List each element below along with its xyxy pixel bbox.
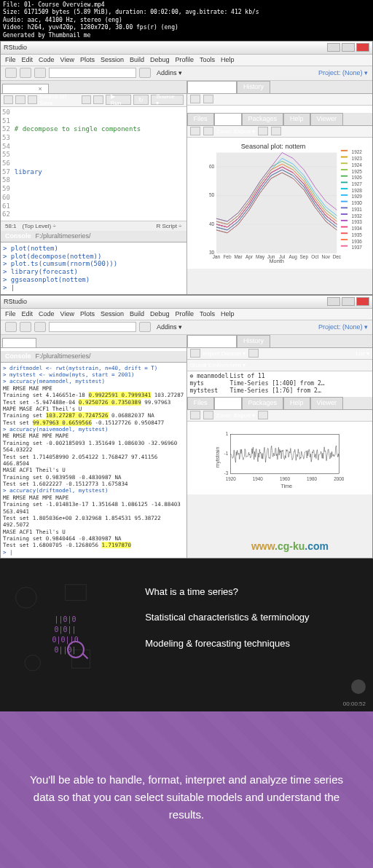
run-button[interactable]: ▶ Run: [106, 95, 132, 105]
menu-debug[interactable]: Debug: [150, 310, 170, 317]
environment-tab[interactable]: Environment: [187, 335, 237, 347]
find-icon[interactable]: [82, 95, 91, 104]
save-icon[interactable]: [34, 68, 46, 78]
close-button[interactable]: [356, 297, 369, 306]
script-tab[interactable]: tsscript.R×: [2, 84, 49, 93]
prev-plot-icon[interactable]: [190, 411, 200, 419]
open-file-icon[interactable]: [20, 322, 31, 332]
menu-profile[interactable]: Profile: [176, 56, 195, 63]
tab-packages[interactable]: Packages: [242, 397, 284, 409]
history-tab[interactable]: History: [237, 335, 270, 347]
menu-session[interactable]: Session: [101, 56, 124, 63]
clear-plots-icon[interactable]: [271, 127, 281, 135]
goto-search-input[interactable]: [49, 322, 136, 332]
goto-search-input[interactable]: [49, 68, 136, 78]
remove-plot-icon[interactable]: [258, 411, 268, 419]
source-on-save-label[interactable]: Source on Save: [39, 93, 79, 106]
menu-plots[interactable]: Plots: [80, 56, 95, 63]
next-plot-icon[interactable]: [203, 411, 213, 419]
menu-view[interactable]: View: [60, 56, 74, 63]
env-item[interactable]: mytsTime-Series [1:400] from 2…: [190, 380, 370, 387]
seasonal-plot: Seasonal plot: nottem JanFebMarAprMayJun…: [190, 141, 370, 264]
menu-help[interactable]: Help: [221, 56, 235, 63]
maximize-button[interactable]: [342, 297, 355, 306]
titlebar[interactable]: RStudio: [1, 42, 372, 55]
menu-edit[interactable]: Edit: [22, 310, 34, 317]
close-tab-icon[interactable]: ×: [39, 85, 42, 92]
menu-code[interactable]: Code: [39, 56, 55, 63]
menu-edit[interactable]: Edit: [22, 56, 34, 63]
close-button[interactable]: [356, 43, 369, 52]
compile-icon[interactable]: [93, 95, 103, 104]
menu-debug[interactable]: Debug: [150, 56, 170, 63]
list-mode-menu[interactable]: List ▾: [356, 350, 369, 357]
toolbox-icon[interactable]: [139, 68, 151, 78]
minimize-button[interactable]: [327, 43, 340, 52]
tab-plots[interactable]: Plots: [214, 397, 242, 409]
open-file-icon[interactable]: [20, 68, 31, 78]
menu-build[interactable]: Build: [130, 310, 144, 317]
slide-summary: You'll be able to handle, format, interp…: [0, 711, 373, 868]
zoom-button[interactable]: Zoom: [216, 128, 231, 135]
minimize-button[interactable]: [327, 297, 340, 306]
source-tab[interactable]: Source: [2, 338, 36, 347]
menu-view[interactable]: View: [60, 310, 74, 317]
menu-build[interactable]: Build: [130, 56, 144, 63]
project-menu[interactable]: Project: (None) ▾: [318, 69, 368, 76]
addins-menu[interactable]: Addins ▾: [157, 69, 182, 76]
env-item[interactable]: mytstestTime-Series [1:76] from 2…: [190, 387, 370, 395]
code-editor[interactable]: 50515253545556575859606162 plot(nottem) …: [1, 107, 186, 221]
tab-packages[interactable]: Packages: [242, 113, 284, 125]
export-menu[interactable]: Export ▾: [234, 412, 255, 419]
slide-line-3: Modeling & forecasting techniques: [145, 632, 358, 655]
prev-plot-icon[interactable]: [190, 127, 200, 135]
menu-session[interactable]: Session: [101, 310, 124, 317]
console-output[interactable]: > driftmodel <- rwt(mytstrain, n=40, dri…: [1, 363, 186, 559]
menu-file[interactable]: File: [5, 310, 16, 317]
menu-help[interactable]: Help: [221, 310, 235, 317]
environment-list[interactable]: ⊕ meanmodelList of 11 mytsTime-Series [1…: [187, 371, 373, 397]
addins-menu[interactable]: Addins ▾: [157, 323, 182, 331]
clear-icon[interactable]: [248, 349, 259, 358]
rerun-button[interactable]: ↻: [133, 95, 149, 105]
new-file-icon[interactable]: [5, 322, 17, 332]
zoom-button[interactable]: Zoom: [216, 412, 231, 419]
environment-tab[interactable]: Environment: [187, 81, 237, 93]
tab-files[interactable]: Files: [187, 397, 214, 409]
tab-viewer[interactable]: Viewer: [310, 113, 343, 125]
project-menu[interactable]: Project: (None) ▾: [318, 323, 368, 331]
remove-plot-icon[interactable]: [258, 127, 268, 135]
next-plot-icon[interactable]: [203, 127, 213, 135]
tab-plots[interactable]: Plots: [214, 113, 242, 125]
menu-plots[interactable]: Plots: [80, 310, 95, 317]
scope-indicator[interactable]: (Top Level) ÷: [23, 223, 56, 229]
back-icon[interactable]: [4, 95, 13, 104]
export-menu[interactable]: Export ▾: [234, 128, 255, 135]
menu-profile[interactable]: Profile: [176, 310, 195, 317]
import-dataset-menu[interactable]: Import Dataset ▾: [203, 350, 246, 357]
file-type[interactable]: R Script ÷: [156, 223, 181, 229]
menu-file[interactable]: File: [5, 56, 16, 63]
titlebar[interactable]: RStudio: [1, 296, 372, 309]
load-icon[interactable]: [190, 95, 200, 103]
source-button[interactable]: Source ▾: [151, 95, 183, 105]
save-icon[interactable]: [34, 322, 46, 332]
menu-tools[interactable]: Tools: [200, 310, 215, 317]
env-item[interactable]: ⊕ meanmodelList of 11: [190, 373, 370, 380]
save-env-icon[interactable]: [203, 95, 213, 103]
load-icon[interactable]: [190, 349, 200, 358]
tab-viewer[interactable]: Viewer: [310, 397, 343, 409]
console-output[interactable]: > plot(nottem)> plot(decompose(nottem))>…: [1, 242, 186, 294]
save-icon[interactable]: [28, 95, 37, 104]
tab-files[interactable]: Files: [187, 113, 214, 125]
history-tab[interactable]: History: [237, 81, 270, 93]
menu-code[interactable]: Code: [39, 310, 55, 317]
forward-icon[interactable]: [15, 95, 25, 104]
maximize-button[interactable]: [342, 43, 355, 52]
new-file-icon[interactable]: [5, 68, 17, 78]
tab-help[interactable]: Help: [283, 113, 310, 125]
global-env-menu[interactable]: Global Environment ▾: [190, 362, 246, 368]
tab-help[interactable]: Help: [283, 397, 310, 409]
toolbox-icon[interactable]: [139, 322, 151, 332]
menu-tools[interactable]: Tools: [200, 56, 215, 63]
